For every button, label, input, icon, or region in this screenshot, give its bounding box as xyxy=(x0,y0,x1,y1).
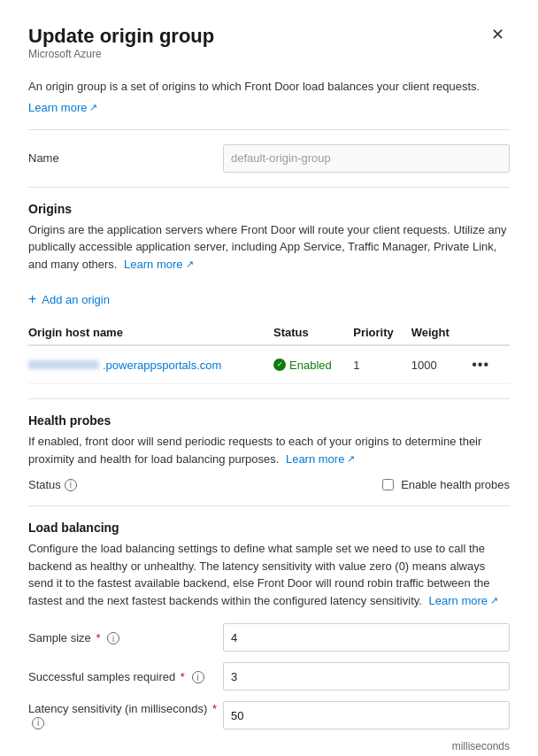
divider-3 xyxy=(28,398,510,399)
latency-sensitivity-row: Latency sensitivity (in milliseconds) * … xyxy=(28,701,510,729)
name-label: Name xyxy=(28,151,223,165)
update-origin-group-panel: Update origin group Microsoft Azure ✕ An… xyxy=(0,0,538,756)
plus-icon: + xyxy=(28,292,36,306)
load-balancing-learn-more-link[interactable]: Learn more ↗ xyxy=(429,592,498,610)
panel-subtitle: Microsoft Azure xyxy=(28,48,214,60)
successful-samples-info-icon: i xyxy=(192,671,204,683)
host-cell: .powerappsportals.com xyxy=(28,345,273,384)
enable-health-probes-label[interactable]: Enable health probes xyxy=(401,478,510,491)
col-priority: Priority xyxy=(353,320,411,345)
health-probes-description: If enabled, front door will send periodi… xyxy=(28,433,510,467)
sample-size-row: Sample size * i xyxy=(28,623,510,652)
health-probes-learn-more-link[interactable]: Learn more ↗ xyxy=(286,451,355,468)
panel-header: Update origin group Microsoft Azure ✕ xyxy=(28,25,510,74)
actions-cell: ••• xyxy=(466,345,510,384)
status-label: Status i xyxy=(28,478,134,491)
origins-table: Origin host name Status Priority Weight … xyxy=(28,320,510,384)
close-button[interactable]: ✕ xyxy=(486,25,510,44)
health-probes-title: Health probes xyxy=(28,413,510,428)
table-body: .powerappsportals.com Enabled 1 1000 ••• xyxy=(28,345,510,384)
priority-cell: 1 xyxy=(353,345,411,384)
successful-samples-required: * xyxy=(181,670,185,683)
load-balancing-description: Configure the load balancing settings to… xyxy=(28,540,510,609)
sample-size-input[interactable] xyxy=(223,623,510,652)
successful-samples-input[interactable] xyxy=(223,662,510,690)
header-text: Update origin group Microsoft Azure xyxy=(28,25,214,74)
successful-samples-label: Successful samples required * i xyxy=(28,670,223,684)
status-info-icon: i xyxy=(65,479,77,491)
col-status: Status xyxy=(273,320,353,345)
intro-description: An origin group is a set of origins to w… xyxy=(28,78,510,96)
load-balancing-ext-icon: ↗ xyxy=(490,593,498,608)
load-balancing-title: Load balancing xyxy=(28,521,510,535)
intro-learn-more-link[interactable]: Learn more ↗ xyxy=(28,101,97,114)
enable-health-probes-container: Enable health probes xyxy=(382,478,510,491)
latency-required: * xyxy=(212,702,217,715)
panel-title: Update origin group xyxy=(28,25,214,48)
origins-section-title: Origins xyxy=(28,202,510,216)
divider-4 xyxy=(28,505,510,506)
external-link-icon: ↗ xyxy=(89,102,97,113)
enable-health-probes-checkbox[interactable] xyxy=(382,479,394,490)
latency-info-icon: i xyxy=(32,717,44,729)
health-probes-ext-icon: ↗ xyxy=(347,451,355,467)
health-probes-status-row: Status i Enable health probes xyxy=(28,478,510,491)
close-icon: ✕ xyxy=(491,26,504,43)
latency-sensitivity-input[interactable] xyxy=(223,701,510,729)
status-cell: Enabled xyxy=(273,345,353,384)
latency-sensitivity-label: Latency sensitivity (in milliseconds) * … xyxy=(28,702,223,729)
col-weight: Weight xyxy=(411,320,467,345)
name-input[interactable] xyxy=(223,144,510,173)
divider-1 xyxy=(28,129,510,130)
status-enabled-icon xyxy=(273,359,286,371)
col-actions xyxy=(466,320,510,345)
sample-size-info-icon: i xyxy=(107,632,119,644)
col-host: Origin host name xyxy=(28,320,273,345)
origins-learn-more-link[interactable]: Learn more ↗ xyxy=(124,256,193,274)
table-row: .powerappsportals.com Enabled 1 1000 ••• xyxy=(28,345,510,384)
row-more-button[interactable]: ••• xyxy=(466,355,495,374)
origins-description: Origins are the application servers wher… xyxy=(28,221,510,274)
table-header: Origin host name Status Priority Weight xyxy=(28,320,510,345)
name-field-row: Name xyxy=(28,144,510,173)
milliseconds-note: milliseconds xyxy=(28,740,510,752)
divider-2 xyxy=(28,187,510,188)
successful-samples-row: Successful samples required * i xyxy=(28,662,510,690)
weight-cell: 1000 xyxy=(411,345,467,384)
origin-blur xyxy=(28,360,99,369)
sample-size-required: * xyxy=(96,631,100,644)
sample-size-label: Sample size * i xyxy=(28,631,223,645)
origin-host-domain[interactable]: .powerappsportals.com xyxy=(103,359,221,372)
add-origin-button[interactable]: + Add an origin xyxy=(28,289,110,310)
origins-external-link-icon: ↗ xyxy=(186,257,194,272)
